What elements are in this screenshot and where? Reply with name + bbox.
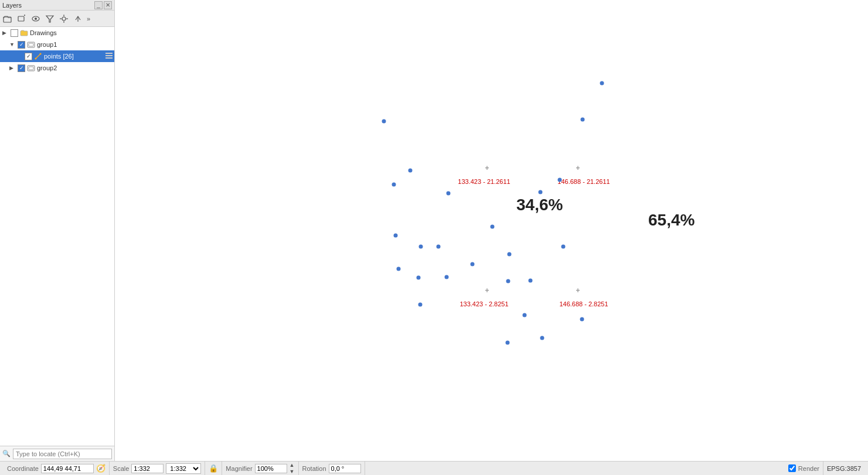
render-checkbox[interactable] [788,464,796,472]
layers-title-bar: Layers _ ✕ [0,0,114,11]
magnifier-down-button[interactable]: ▼ [290,469,295,474]
magnifier-section: Magnifier ▲ ▼ [222,462,298,475]
layers-search: 🔍 [0,446,114,461]
expand-arrow-group2: ▶ [9,65,16,71]
open-layer-button[interactable] [1,12,14,25]
layer-item-group1[interactable]: ▼ ✓ group1 [0,39,114,50]
coord-label-br: 146.688 - 2.8251 [559,300,608,307]
status-bar: Coordinate 🧭 Scale 1:332 1:500 1:1000 🔒 … [0,461,868,475]
map-point-p3 [394,234,398,238]
map-canvas[interactable]: + + + + 133.423 - 21.2611 146.688 - 21.2… [115,0,868,461]
map-point-p23 [506,341,510,345]
filter-button[interactable] [43,12,56,25]
lock-section: 🔒 [205,462,222,475]
rotation-section: Rotation [299,462,365,475]
render-section: Render [785,462,823,475]
map-point-p16 [529,279,533,283]
pct-label-right: 65,4% [648,211,695,230]
map-point-p22 [540,336,544,340]
layer-item-points[interactable]: ✓ points [26] [0,50,114,62]
layer-label-points: points [26] [44,53,103,60]
svg-rect-15 [29,43,33,46]
expand-arrow-drawings: ▶ [2,30,9,36]
epsg-section[interactable]: EPSG:3857 [823,462,864,475]
search-icon: 🔍 [2,450,11,457]
checkbox-drawings[interactable] [11,29,18,37]
vector-icon-points [33,52,43,61]
scale-dropdown[interactable]: 1:332 1:500 1:1000 [166,463,201,474]
coordinate-icon: 🧭 [96,464,105,473]
coordinate-section: Coordinate 🧭 [4,462,110,475]
magnifier-up-button[interactable]: ▲ [290,462,295,468]
rotation-label: Rotation [302,465,326,472]
magnifier-input[interactable] [255,464,287,473]
map-point-p14 [506,279,510,283]
rotation-input[interactable] [329,464,361,473]
svg-rect-23 [29,67,33,70]
svg-marker-6 [46,16,53,22]
checkbox-group2[interactable]: ✓ [18,64,25,72]
map-point-p5 [417,276,421,280]
layer-options-button[interactable] [57,12,70,25]
toolbar-more-button[interactable]: » [87,15,90,22]
layers-search-input[interactable] [13,449,112,459]
scale-label: Scale [113,465,130,472]
svg-rect-13 [21,31,28,36]
layers-title-icons: _ ✕ [94,1,112,9]
map-point-p11 [471,262,475,266]
coordinate-input[interactable] [41,464,94,473]
magnifier-label: Magnifier [226,465,252,472]
svg-rect-19 [105,53,113,54]
layers-panel: Layers _ ✕ [0,0,115,461]
crosshair-4: + [576,287,580,294]
map-point-p20 [581,118,585,122]
map-point-p18 [558,178,562,182]
pct-label-left: 34,6% [516,196,563,214]
coordinate-label: Coordinate [7,465,39,472]
epsg-value: EPSG:3857 [827,465,861,472]
visibility-button[interactable] [29,12,42,25]
layer-item-group2[interactable]: ▶ ✓ group2 [0,62,114,74]
svg-rect-21 [105,57,113,59]
map-point-p8 [447,192,451,196]
map-point-p6 [419,245,423,249]
svg-point-5 [35,18,37,20]
layer-item-drawings[interactable]: ▶ Drawings [0,27,114,39]
map-point-p10 [445,275,449,279]
group-icon-group2 [26,63,36,73]
map-point-p25 [392,183,396,187]
layer-label-group1: group1 [37,41,114,48]
lock-icon: 🔒 [209,464,218,473]
scale-input[interactable] [131,464,164,473]
map-point-p13 [508,252,512,257]
layer-label-drawings: Drawings [30,29,114,36]
folder-icon-drawings [19,28,29,37]
coord-label-tr: 146.688 - 21.2611 [557,178,610,185]
move-layer-button[interactable] [72,12,84,25]
map-point-p17 [539,190,543,194]
svg-point-17 [35,58,37,60]
map-point-p24 [600,81,604,86]
coord-label-bl: 133.423 - 2.8251 [459,300,508,307]
new-layer-button[interactable] [15,12,28,25]
map-point-p2 [409,169,413,173]
crosshair-2: + [576,165,580,172]
layers-title: Layers [2,2,22,9]
map-point-p15 [523,313,527,317]
map-point-p9 [418,303,423,307]
layer-badge-points [104,52,114,60]
map-point-p19 [561,245,566,249]
checkbox-group1[interactable]: ✓ [18,41,25,49]
layers-minimize-button[interactable]: _ [94,1,103,9]
crosshair-1: + [485,165,489,172]
coord-label-tl: 133.423 - 21.2611 [458,178,510,185]
scale-section: Scale 1:332 1:500 1:1000 [110,462,206,475]
checkbox-points[interactable]: ✓ [25,53,32,60]
map-point-p12 [491,225,495,229]
map-point-p4 [397,267,401,271]
expand-arrow-group1: ▼ [9,42,16,47]
svg-point-18 [40,53,42,55]
layers-close-button[interactable]: ✕ [104,1,112,9]
render-label: Render [798,465,819,472]
layers-tree: ▶ Drawings ▼ ✓ group1 ✓ [0,27,114,446]
